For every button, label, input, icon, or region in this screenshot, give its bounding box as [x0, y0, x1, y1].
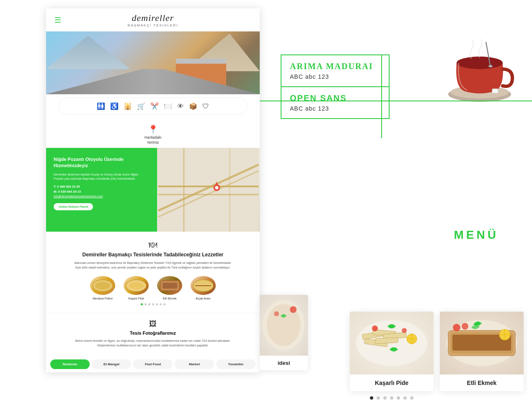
food-card-partial: idesi [260, 295, 308, 370]
food-img-kasarli [124, 276, 149, 295]
mountain-left [46, 36, 130, 69]
icon-nav: 🚻 ♿ 🕌 🛒 ✂️ 🍽️ 👁 📦 🛡 [59, 98, 247, 115]
svg-rect-33 [375, 338, 398, 344]
dot-6 [160, 303, 162, 305]
font-name-arima: ARIMA MADURAI [290, 62, 380, 71]
font-box-opensans: OPEN SANS ABC abc 123 [281, 86, 390, 119]
tea-cup-svg [438, 21, 522, 105]
food-item-etli: Etli Ekmek [157, 276, 182, 300]
gallery-section: 🖼 Tesis Fotoğraflarımız Birinci önemi te… [46, 313, 260, 356]
tea-image [438, 21, 522, 109]
email: info@demirellerbasmakcitesisleri.com [54, 195, 150, 198]
dot-4 [152, 303, 154, 305]
website-mockup: ☰ demireller Başmakçı tesisleri 🚻 ♿ 🕌 🛒 … [46, 8, 260, 372]
gallery-icon: 🖼 [54, 320, 251, 328]
svg-point-9 [215, 186, 219, 189]
svg-rect-23 [492, 89, 498, 93]
map-svg [157, 148, 260, 232]
info-green-panel: Niğde Pozantı Otoyolu Üzerinde Hizmetini… [46, 148, 157, 232]
svg-rect-3 [183, 148, 185, 232]
font-sample-opensans: ABC abc 123 [290, 105, 380, 112]
nav-icon-eye[interactable]: 👁 [177, 103, 184, 110]
hamburger-icon[interactable]: ☰ [54, 15, 61, 25]
nav-icon-scissors[interactable]: ✂️ [150, 102, 159, 110]
food-card-title-etli: Etli Ekmek [440, 374, 524, 391]
info-body: Demireller dinlenme tesisleri Kuzey ve G… [54, 173, 150, 181]
info-section: Niğde Pozantı Otoyolu Üzerinde Hizmetini… [46, 148, 260, 232]
location-icon: 📍 [54, 124, 251, 134]
food-carousel-dots [54, 303, 251, 305]
dot-1 [141, 303, 143, 305]
map-panel [157, 148, 260, 232]
location-label2: Yerimiz [54, 140, 251, 145]
food-item-kasarli: Kaşarlı Pide [124, 276, 149, 300]
nav-icon-restroom[interactable]: 🚻 [97, 102, 105, 110]
location-section: 📍 Haritadaki Yerimiz [46, 118, 260, 148]
nav-icon-food[interactable]: 🍽️ [164, 102, 172, 110]
partial-card-img [260, 295, 308, 356]
food-section: 🍽 Demireller Başmakçı Tesislerinde Tadab… [46, 232, 260, 313]
menu-dot-3 [383, 396, 387, 400]
dot-3 [148, 303, 150, 305]
cta-button[interactable]: Online İletişim Paneli [54, 203, 93, 210]
etli-svg [440, 312, 524, 374]
dot-7 [163, 303, 165, 305]
phone2: M: 0 530 644 29 15 [54, 190, 150, 194]
svg-point-20 [457, 57, 503, 69]
svg-point-27 [274, 311, 279, 316]
menu-dot-1 [370, 396, 373, 400]
menu-dot-4 [390, 396, 393, 400]
location-label1: Haritadaki [54, 135, 251, 139]
site-header: ☰ demireller Başmakçı tesisleri [46, 8, 260, 31]
logo-main: demireller [128, 13, 178, 23]
food-body: Alanında uzman deneyimli kadromuz ile Ba… [73, 261, 232, 270]
partial-pide-svg [260, 295, 308, 356]
svg-point-44 [462, 323, 468, 330]
dot-5 [156, 303, 158, 305]
font-specimens: ARIMA MADURAI ABC abc 123 OPEN SANS ABC … [281, 54, 390, 119]
food-label-kasarli: Kaşarlı Pide [124, 297, 149, 300]
tab-et-mangal[interactable]: Et Mangal [92, 359, 131, 369]
svg-point-43 [453, 324, 460, 331]
svg-point-34 [372, 325, 378, 331]
tab-restoran[interactable]: Restoran [50, 359, 90, 369]
hero-image [46, 31, 260, 94]
food-card-img-kasarli [350, 312, 434, 374]
svg-rect-0 [158, 148, 259, 232]
food-card-img-etli [440, 312, 524, 374]
tab-market[interactable]: Market [175, 359, 214, 369]
gallery-heading: Tesis Fotoğraflarımız [54, 331, 251, 336]
phone1: T: 0 388 526 33 55 [54, 185, 150, 189]
svg-point-26 [290, 306, 297, 313]
font-name-opensans: OPEN SANS [290, 93, 380, 103]
nav-icon-box[interactable]: 📦 [189, 102, 197, 110]
gallery-body: Birinci önemi temizlik ve hijyen, bu doğ… [73, 339, 232, 348]
font-box-arima: ARIMA MADURAI ABC abc 123 [281, 54, 390, 87]
tab-tuvaletler[interactable]: Tuvaletler [216, 359, 256, 369]
food-img-bicak [191, 276, 216, 295]
menu-carousel-dots [260, 396, 524, 400]
food-item-mevlana: Mevlana Pidesi [90, 276, 115, 300]
svg-point-35 [402, 328, 407, 333]
partial-card-title: idesi [260, 356, 308, 370]
menu-dot-5 [397, 396, 400, 400]
food-label-mevlana: Mevlana Pidesi [90, 297, 115, 300]
hero-road [46, 69, 260, 94]
tab-fast-food[interactable]: Fast Food [133, 359, 173, 369]
logo-sub: Başmakçı tesisleri [128, 23, 178, 27]
nav-icon-mosque[interactable]: 🕌 [124, 102, 132, 110]
food-label-bicak: Bıçak Arası [191, 297, 216, 300]
menu-dot-7 [410, 396, 413, 400]
food-cards-row: Kaşarlı Pide Etli [350, 312, 524, 391]
food-card-etli: Etli Ekmek [440, 312, 524, 391]
nav-icon-cart[interactable]: 🛒 [137, 102, 145, 110]
site-logo: demireller Başmakçı tesisleri [128, 13, 178, 27]
food-icon: 🍽 [54, 240, 251, 250]
svg-point-11 [95, 282, 110, 289]
nav-icon-accessible[interactable]: ♿ [110, 102, 119, 110]
menu-dot-2 [377, 396, 380, 400]
bottom-tabs: Restoran Et Mangal Fast Food Market Tuva… [46, 356, 260, 372]
menu-label: MENÜ [454, 228, 498, 242]
nav-icon-shield[interactable]: 🛡 [202, 103, 209, 110]
svg-rect-15 [163, 283, 177, 289]
